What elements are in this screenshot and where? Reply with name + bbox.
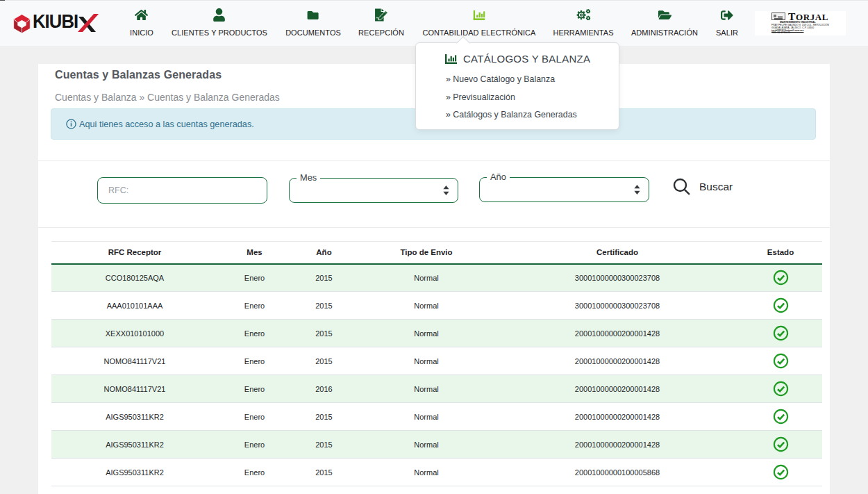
brand-text: KIUBI bbox=[33, 10, 78, 31]
mes-select-label: Mes bbox=[297, 172, 320, 183]
folder-icon bbox=[307, 8, 320, 22]
table-cell: Normal bbox=[357, 264, 496, 292]
nav-label: RECEPCIÓN bbox=[358, 28, 404, 37]
table-cell: 2015 bbox=[291, 459, 357, 486]
table-cell: 30001000000300023708 bbox=[496, 292, 739, 320]
table-cell: Normal bbox=[357, 292, 496, 320]
table-cell: NOMO841117V21 bbox=[51, 347, 218, 375]
nav-item-documentos[interactable]: DOCUMENTOS bbox=[285, 8, 341, 37]
check-circle-icon bbox=[773, 270, 789, 286]
torjal-photo bbox=[771, 13, 785, 20]
table-cell: CCO180125AQA bbox=[51, 264, 218, 292]
table-cell: Normal bbox=[357, 403, 496, 431]
table-cell: 30001000000300023708 bbox=[496, 264, 739, 292]
anio-select[interactable]: Año bbox=[479, 177, 649, 202]
table-cell: 2015 bbox=[291, 431, 357, 459]
table-cell: Normal bbox=[357, 375, 496, 403]
table-cell: NOMO841117V21 bbox=[51, 375, 218, 403]
nav-item-contabilidad-electronica[interactable]: CONTABILIDAD ELECTRÓNICA bbox=[423, 8, 536, 37]
kiubix-cube-icon bbox=[13, 14, 31, 34]
mes-select[interactable]: Mes bbox=[289, 178, 458, 203]
dropdown-item[interactable]: » Nuevo Catálogo y Balanza bbox=[446, 71, 577, 89]
file-signature-icon bbox=[374, 8, 387, 22]
nav-label: SALIR bbox=[716, 28, 738, 37]
nav-item-recepcion[interactable]: RECEPCIÓN bbox=[358, 8, 404, 37]
nav-label: INICIO bbox=[130, 28, 153, 37]
torjal-logo: TORJAL MANTENIMIENTO INDUSTRIALFRAY FELI… bbox=[755, 11, 846, 35]
dropdown-item[interactable]: » Previsualización bbox=[446, 89, 577, 107]
table-body: CCO180125AQAEnero2015Normal3000100000030… bbox=[51, 264, 822, 486]
info-icon bbox=[66, 119, 76, 129]
table-cell: Enero bbox=[218, 264, 291, 292]
top-edge-line bbox=[0, 0, 868, 1]
page-title: Cuentas y Balanzas Generadas bbox=[55, 69, 222, 81]
table-cell: Normal bbox=[357, 459, 496, 486]
alert-text: Aqui tienes acceso a las cuentas generad… bbox=[79, 120, 254, 129]
table-cell: Enero bbox=[218, 375, 291, 403]
search-icon bbox=[672, 177, 691, 196]
check-circle-icon bbox=[773, 381, 789, 397]
table-cell: 20001000000200001428 bbox=[496, 347, 739, 375]
nav-label: ADMINISTRACIÓN bbox=[631, 28, 698, 37]
breadcrumb: Cuentas y Balanza » Cuentas y Balanza Ge… bbox=[55, 92, 280, 103]
nav-label: CONTABILIDAD ELECTRÓNICA bbox=[423, 28, 536, 37]
table-cell: AIGS950311KR2 bbox=[51, 403, 218, 431]
table-cell: Enero bbox=[218, 403, 291, 431]
column-header: RFC Receptor bbox=[51, 242, 218, 264]
brand-x-glyph bbox=[78, 14, 99, 32]
buscar-label: Buscar bbox=[699, 181, 733, 193]
table-cell: AIGS950311KR2 bbox=[51, 459, 218, 486]
nav-item-herramientas[interactable]: HERRAMIENTAS bbox=[553, 8, 613, 37]
table-cell: 2015 bbox=[291, 264, 357, 292]
select-arrows-icon bbox=[443, 186, 449, 195]
check-circle-icon bbox=[773, 409, 789, 425]
buscar-button[interactable]: Buscar bbox=[672, 177, 733, 196]
table-cell: AAA010101AAA bbox=[51, 292, 218, 320]
check-circle-icon bbox=[773, 464, 789, 480]
gears-icon bbox=[576, 8, 590, 22]
check-circle-icon bbox=[773, 325, 789, 341]
table-cell: XEXX010101000 bbox=[51, 320, 218, 347]
estado-cell bbox=[739, 264, 822, 292]
table-cell: Normal bbox=[357, 431, 496, 459]
table-cell: Enero bbox=[218, 431, 291, 459]
results-table: RFC ReceptorMesAñoTipo de EnvioCertifica… bbox=[51, 241, 822, 486]
estado-cell bbox=[739, 320, 822, 347]
column-header: Certificado bbox=[496, 242, 739, 264]
estado-cell bbox=[739, 347, 822, 375]
table-cell: Enero bbox=[218, 320, 291, 347]
column-header: Tipo de Envio bbox=[357, 242, 496, 264]
table-cell: 2015 bbox=[291, 320, 357, 347]
table-row: XEXX010101000Enero2015Normal200010000002… bbox=[51, 320, 822, 347]
nav-item-salir[interactable]: SALIR bbox=[716, 8, 738, 37]
kiubix-logo[interactable]: KIUBI bbox=[12, 8, 103, 39]
nav-item-clientes-y-productos[interactable]: CLIENTES Y PRODUCTOS bbox=[172, 8, 267, 37]
table-cell: 2015 bbox=[291, 403, 357, 431]
table-cell: 2015 bbox=[291, 347, 357, 375]
sign-out-icon bbox=[721, 8, 733, 22]
column-header: Mes bbox=[218, 242, 291, 264]
check-circle-icon bbox=[773, 297, 789, 313]
dropdown-item[interactable]: » Catálogos y Balanza Generadas bbox=[446, 106, 577, 124]
select-arrows-icon bbox=[634, 185, 640, 195]
table-cell: 2015 bbox=[291, 292, 357, 320]
anio-select-label: Año bbox=[487, 172, 510, 182]
rfc-input[interactable] bbox=[97, 177, 267, 204]
table-cell: Enero bbox=[218, 459, 291, 486]
nav-item-inicio[interactable]: INICIO bbox=[130, 8, 153, 37]
bar-chart-icon bbox=[474, 8, 485, 22]
table-row: AIGS950311KR2Enero2015Normal200010000002… bbox=[51, 431, 822, 459]
table-cell: 2016 bbox=[291, 375, 357, 403]
table-cell: Normal bbox=[357, 347, 496, 375]
nav-label: CLIENTES Y PRODUCTOS bbox=[172, 28, 267, 37]
nav-item-administracion[interactable]: ADMINISTRACIÓN bbox=[631, 8, 698, 37]
table-cell: 20001000000200001428 bbox=[496, 375, 739, 403]
table-row: AIGS950311KR2Enero2015Normal200010000001… bbox=[51, 459, 822, 486]
check-circle-icon bbox=[773, 436, 789, 452]
nav-label: HERRAMIENTAS bbox=[553, 28, 613, 37]
user-icon bbox=[214, 8, 226, 22]
dropdown-items: » Nuevo Catálogo y Balanza» Previsualiza… bbox=[446, 71, 577, 124]
info-alert-content: Aqui tienes acceso a las cuentas generad… bbox=[66, 109, 254, 139]
divider bbox=[38, 227, 830, 228]
nav-label: DOCUMENTOS bbox=[285, 28, 341, 37]
